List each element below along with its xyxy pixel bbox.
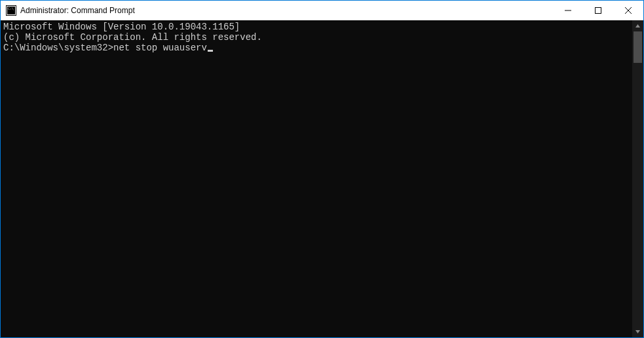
- client-area: Microsoft Windows [Version 10.0.19043.11…: [1, 20, 643, 337]
- vertical-scrollbar[interactable]: [632, 20, 643, 337]
- terminal-prompt-line: C:\Windows\system32>net stop wuauserv: [3, 43, 630, 53]
- window-controls: [553, 1, 643, 20]
- terminal-prompt: C:\Windows\system32>: [3, 43, 113, 53]
- terminal-line: Microsoft Windows [Version 10.0.19043.11…: [3, 22, 630, 32]
- scroll-down-button[interactable]: [632, 326, 643, 337]
- terminal-line: (c) Microsoft Corporation. All rights re…: [3, 32, 630, 43]
- scroll-thumb[interactable]: [634, 31, 642, 63]
- window-title: Administrator: Command Prompt: [20, 6, 135, 15]
- terminal-command-input[interactable]: net stop wuauserv: [113, 43, 207, 53]
- scroll-up-button[interactable]: [632, 20, 643, 31]
- svg-rect-5: [596, 8, 601, 14]
- close-button[interactable]: [613, 1, 643, 20]
- terminal-output[interactable]: Microsoft Windows [Version 10.0.19043.11…: [1, 20, 632, 337]
- text-cursor: [208, 50, 213, 52]
- command-prompt-icon: C:\: [6, 5, 16, 16]
- minimize-button[interactable]: [553, 1, 583, 20]
- command-prompt-window: C:\ Administrator: Command Prompt Micros…: [0, 0, 644, 338]
- maximize-button[interactable]: [583, 1, 613, 20]
- titlebar[interactable]: C:\ Administrator: Command Prompt: [1, 1, 643, 20]
- svg-text:C:\: C:\: [8, 7, 14, 10]
- scroll-track[interactable]: [632, 31, 643, 326]
